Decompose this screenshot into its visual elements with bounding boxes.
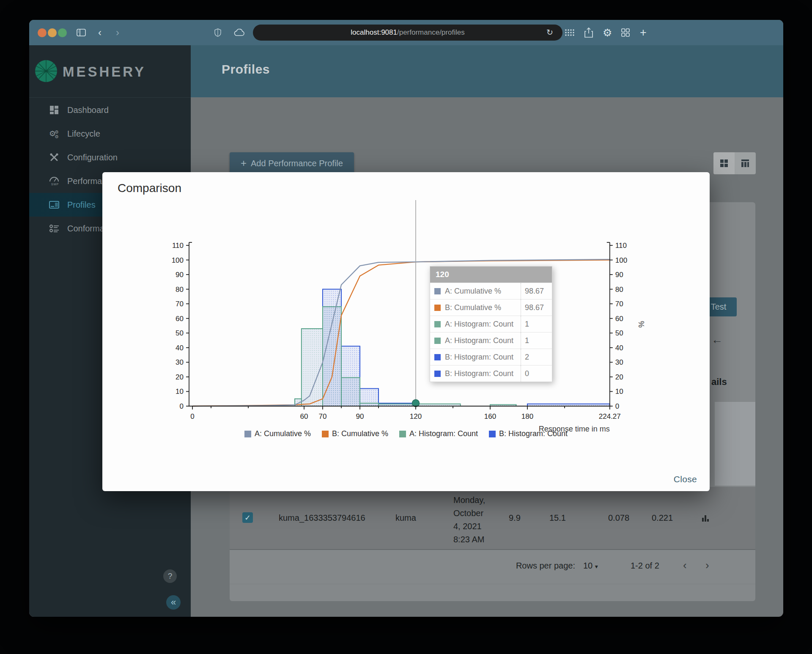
series-color-swatch	[434, 288, 441, 294]
svg-text:20: 20	[176, 373, 184, 381]
table-row[interactable]: ✓ kuma_1633353794616 kuma Monday, Octobe…	[230, 487, 755, 550]
comparison-modal: Comparison 00101020203030404050506060707…	[102, 172, 710, 491]
conformance-icon	[49, 224, 60, 233]
duration-value: 15.1	[549, 487, 566, 549]
legend-item[interactable]: B: Histogram: Count	[489, 429, 568, 438]
forward-button[interactable]: ›	[116, 26, 119, 39]
mesh-name: kuma	[395, 487, 416, 549]
tooltip-header: 120	[430, 267, 552, 283]
svg-text:60: 60	[176, 315, 184, 323]
profiles-icon	[49, 201, 60, 209]
svg-text:30: 30	[615, 358, 623, 366]
close-window-button[interactable]	[38, 28, 47, 37]
svg-text:50: 50	[615, 329, 623, 337]
card-divider	[230, 584, 755, 584]
icloud-icon[interactable]	[234, 26, 245, 39]
minimize-window-button[interactable]	[48, 28, 57, 37]
series-color-swatch	[434, 305, 441, 311]
qps-value: 9.9	[509, 487, 521, 549]
run-date: Monday, October 4, 2021 8:23 AM	[453, 494, 485, 546]
sidebar-toggle-icon[interactable]	[77, 26, 86, 39]
back-button[interactable]: ‹	[98, 26, 102, 39]
url-host: localhost:9081	[351, 28, 397, 37]
svg-text:80: 80	[176, 286, 184, 294]
svg-text:90: 90	[176, 271, 184, 279]
p99-value: 0.221	[652, 487, 673, 549]
settings-gear-icon[interactable]: ⚙	[603, 26, 612, 39]
close-button[interactable]: Close	[674, 474, 697, 484]
svg-text:110: 110	[615, 242, 627, 250]
collapse-sidebar-button[interactable]: «	[166, 595, 181, 610]
tooltip-row: B: Histogram: Count0	[430, 365, 552, 382]
sidebar-item-lifecycle[interactable]: ⚙⚙⚙Lifecycle	[29, 122, 191, 146]
svg-text:160: 160	[484, 412, 496, 420]
tooltip-row: A: Histogram: Count1	[430, 332, 552, 349]
svg-text:120: 120	[410, 412, 422, 420]
svg-text:70: 70	[615, 300, 623, 308]
series-color-swatch	[434, 338, 441, 344]
next-page-icon[interactable]: ›	[705, 559, 709, 572]
previous-page-icon[interactable]: ‹	[683, 559, 687, 572]
extensions-grid-icon[interactable]	[565, 26, 575, 39]
share-icon[interactable]	[584, 26, 593, 39]
grid-view-icon[interactable]	[713, 152, 735, 174]
rows-per-page-select[interactable]: 10 ▾	[583, 561, 598, 571]
app-header: Profiles ⚙	[191, 45, 783, 97]
sidebar-item-dashboard[interactable]: Dashboard	[29, 98, 191, 122]
add-performance-profile-button[interactable]: + Add Performance Profile	[230, 152, 354, 174]
back-arrow-icon[interactable]: ←	[711, 333, 723, 346]
svg-text:110: 110	[172, 242, 184, 250]
legend-swatch-icon	[489, 431, 496, 437]
svg-text:80: 80	[615, 286, 623, 294]
svg-text:10: 10	[176, 387, 184, 396]
tooltip-row: A: Histogram: Count1	[430, 316, 552, 332]
url-path: /performance/profiles	[397, 28, 465, 37]
dashboard-icon	[49, 105, 60, 115]
svg-text:70: 70	[176, 300, 184, 308]
series-color-swatch	[434, 354, 441, 360]
svg-text:0: 0	[180, 402, 184, 410]
tab-overview-icon[interactable]	[621, 26, 630, 39]
svg-text:180: 180	[521, 412, 533, 420]
svg-text:70: 70	[319, 412, 327, 420]
svg-text:SMP: SMP	[51, 183, 59, 186]
svg-text:100: 100	[172, 256, 184, 264]
modal-title: Comparison	[118, 181, 181, 195]
legend-swatch-icon	[322, 431, 329, 437]
svg-text:60: 60	[615, 315, 623, 323]
screenshot-canvas: ‹ › localhost:9081/performance/profiles …	[0, 0, 812, 654]
legend-item[interactable]: A: Histogram: Count	[399, 429, 478, 438]
reload-icon[interactable]: ↻	[546, 27, 553, 37]
row-chart-icon[interactable]	[702, 487, 709, 549]
legend-swatch-icon	[399, 431, 406, 437]
rows-per-page-label: Rows per page:	[516, 561, 575, 571]
svg-text:224.27: 224.27	[599, 412, 621, 420]
comparison-chart: 0010102020303040405050606070708080909010…	[102, 172, 710, 491]
legend-item[interactable]: A: Cumulative %	[244, 429, 311, 438]
chart-legend: A: Cumulative %B: Cumulative %A: Histogr…	[102, 429, 710, 438]
chevron-down-icon: ▾	[595, 563, 598, 570]
legend-item[interactable]: B: Cumulative %	[322, 429, 388, 438]
svg-text:90: 90	[615, 271, 623, 279]
svg-text:30: 30	[176, 358, 184, 366]
help-button[interactable]: ?	[163, 569, 177, 583]
svg-text:100: 100	[615, 256, 627, 264]
series-color-swatch	[434, 371, 441, 377]
brand-name: MESHERY	[63, 64, 146, 80]
profile-name: kuma_1633353794616	[279, 487, 365, 549]
chart-tooltip: 120 A: Cumulative %98.67B: Cumulative %9…	[430, 266, 552, 382]
details-panel-fragment	[715, 402, 755, 486]
sidebar-item-configuration[interactable]: Configuration	[29, 146, 191, 169]
privacy-shield-icon[interactable]	[214, 26, 221, 39]
p50-value: 0.078	[608, 487, 629, 549]
svg-text:0: 0	[190, 412, 194, 420]
row-checkbox[interactable]: ✓	[242, 512, 253, 523]
brand-header[interactable]: MESHERY	[29, 45, 191, 98]
new-tab-icon[interactable]: +	[640, 26, 647, 39]
table-view-icon[interactable]	[735, 152, 756, 174]
svg-text:⚙: ⚙	[55, 134, 59, 138]
zoom-window-button[interactable]	[58, 28, 67, 37]
view-toggle	[713, 152, 756, 174]
url-bar[interactable]: localhost:9081/performance/profiles ↻	[253, 25, 562, 41]
series-color-swatch	[434, 321, 441, 327]
